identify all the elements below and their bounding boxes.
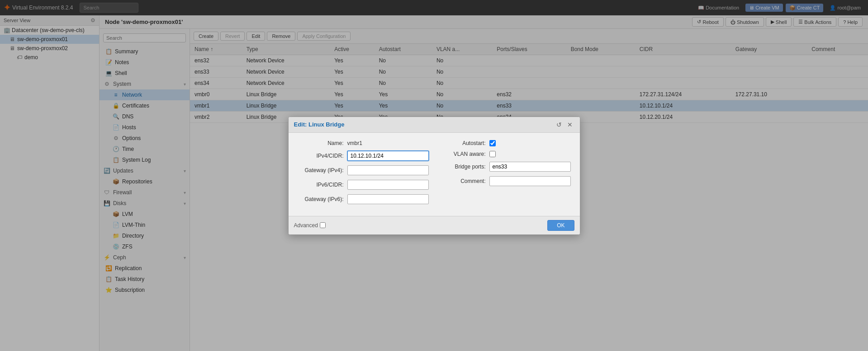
advanced-checkbox[interactable]: [320, 222, 326, 228]
modal-left-col: Name: vmbr1 IPv4/CIDR: Gateway (IPv4): I…: [298, 140, 429, 209]
form-row-autostart: Autostart:: [440, 140, 571, 146]
form-row-ipv6: IPv6/CIDR:: [298, 180, 429, 190]
modal-reset-button[interactable]: ↺: [555, 121, 564, 129]
gateway-ipv6-input[interactable]: [347, 194, 429, 204]
modal-header: Edit: Linux Bridge ↺ ✕: [289, 117, 580, 133]
autostart-checkbox[interactable]: [489, 140, 496, 146]
vlan-label: VLAN aware:: [440, 151, 489, 157]
modal-title: Edit: Linux Bridge: [294, 121, 345, 128]
ipv6-input[interactable]: [347, 180, 429, 190]
autostart-label: Autostart:: [440, 140, 489, 146]
gateway-ipv6-label: Gateway (IPv6):: [298, 196, 347, 202]
edit-linux-bridge-modal: Edit: Linux Bridge ↺ ✕ Name: vmbr1 IPv4/…: [288, 117, 580, 235]
modal-right-col: Autostart: VLAN aware: Bridge ports: Com…: [440, 140, 571, 209]
form-row-gateway-ipv4: Gateway (IPv4):: [298, 165, 429, 175]
form-row-vlan: VLAN aware:: [440, 151, 571, 157]
modal-footer: Advanced OK: [289, 216, 580, 234]
ok-button[interactable]: OK: [547, 220, 574, 231]
gateway-ipv4-input[interactable]: [347, 165, 429, 175]
ipv4-input[interactable]: [347, 151, 429, 161]
form-row-bridge-ports: Bridge ports:: [440, 162, 571, 172]
ipv4-label: IPv4/CIDR:: [298, 153, 347, 159]
modal-body: Name: vmbr1 IPv4/CIDR: Gateway (IPv4): I…: [289, 133, 580, 216]
form-row-name: Name: vmbr1: [298, 140, 429, 146]
form-row-gateway-ipv6: Gateway (IPv6):: [298, 194, 429, 204]
advanced-section: Advanced: [294, 222, 326, 229]
modal-close-button[interactable]: ✕: [565, 121, 574, 129]
gateway-ipv4-label: Gateway (IPv4):: [298, 167, 347, 173]
bridge-ports-input[interactable]: [489, 162, 571, 172]
modal-header-buttons: ↺ ✕: [555, 121, 574, 129]
vlan-checkbox[interactable]: [489, 151, 496, 157]
form-row-comment: Comment:: [440, 176, 571, 186]
comment-label: Comment:: [440, 178, 489, 184]
comment-input[interactable]: [489, 176, 571, 186]
form-row-ipv4: IPv4/CIDR:: [298, 151, 429, 161]
bridge-ports-label: Bridge ports:: [440, 164, 489, 170]
advanced-label: Advanced: [294, 222, 318, 229]
name-label: Name:: [298, 140, 347, 146]
modal-form-grid: Name: vmbr1 IPv4/CIDR: Gateway (IPv4): I…: [298, 140, 571, 209]
modal-overlay: Edit: Linux Bridge ↺ ✕ Name: vmbr1 IPv4/…: [0, 0, 868, 351]
name-value: vmbr1: [347, 140, 362, 146]
ipv6-label: IPv6/CIDR:: [298, 182, 347, 188]
